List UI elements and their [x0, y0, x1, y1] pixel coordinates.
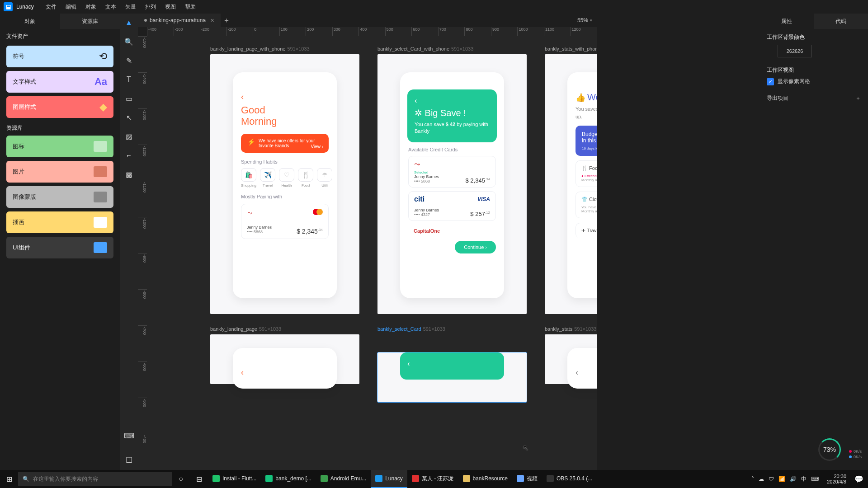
- tool-select[interactable]: ▲: [123, 16, 135, 29]
- taskbar-clock[interactable]: 20:302020/4/8: [823, 474, 850, 484]
- tool-panel[interactable]: ◫: [123, 453, 135, 465]
- tool-crop[interactable]: ⌐: [123, 149, 135, 162]
- thumb-icon: [94, 192, 107, 202]
- back-icon: ‹: [576, 368, 597, 377]
- credit-card: citiVISA Jenny Barnes•••• 4327 $ 257.12: [408, 191, 496, 221]
- tray-ime-icon[interactable]: 中: [801, 475, 807, 483]
- asset-text-styles[interactable]: 文字样式Aa: [6, 71, 113, 93]
- asset-layer-styles[interactable]: 图层样式◆: [6, 96, 113, 118]
- asset-symbols[interactable]: 符号⟲: [6, 46, 113, 67]
- menu-text[interactable]: 文本: [101, 3, 121, 11]
- stat-row: ✈ Travel: [576, 223, 597, 238]
- system-tray[interactable]: ˄ ☁ 🛡 📶 🔊 中 ⌨: [751, 475, 823, 483]
- tray-kb-icon[interactable]: ⌨: [811, 476, 819, 482]
- tool-zoom[interactable]: 🔍: [123, 35, 135, 48]
- menu-file[interactable]: 文件: [41, 3, 61, 11]
- right-tab-code[interactable]: 代码: [814, 14, 868, 29]
- lib-masked[interactable]: 图像蒙版: [6, 186, 113, 208]
- plus-icon[interactable]: ＋: [855, 94, 861, 102]
- notifications-icon[interactable]: 💬: [850, 475, 868, 483]
- canvas[interactable]: bankly_landing_page_with_phone591×1033 ‹…: [147, 36, 597, 470]
- artboard-selected[interactable]: bankly_select_Card591×1033 ‹: [377, 334, 527, 425]
- textstyle-icon: Aa: [94, 76, 107, 88]
- app-name: Lunacy: [16, 4, 34, 10]
- ruler-horizontal: -400-300-200-100010020030040050060070080…: [147, 27, 597, 36]
- net-speed: 0K/s0K/s: [849, 449, 862, 460]
- tab-close-icon[interactable]: ✕: [210, 18, 214, 23]
- bank-logo: CapitalOne: [414, 228, 440, 234]
- tool-rect[interactable]: ▭: [123, 92, 135, 105]
- taskbar-app[interactable]: 某人 - 汪苏泷: [407, 470, 458, 488]
- tool-move[interactable]: ↖: [123, 111, 135, 124]
- lib-uikits[interactable]: UI组件: [6, 237, 113, 258]
- lib-icons[interactable]: 图标: [6, 136, 113, 157]
- tray-vol-icon[interactable]: 🔊: [790, 476, 797, 482]
- tray-shield-icon[interactable]: 🛡: [769, 476, 774, 482]
- document-tab[interactable]: banking-app-murattuna ✕: [138, 14, 221, 27]
- tool-image[interactable]: ▨: [123, 130, 135, 143]
- taskview-icon[interactable]: ⊟: [190, 475, 208, 483]
- tool-text[interactable]: T: [123, 73, 135, 86]
- bg-color-input[interactable]: 262626: [778, 45, 812, 57]
- artboard[interactable]: bankly_landing_page591×1033 ‹: [210, 334, 359, 425]
- export-section[interactable]: 导出项目＋: [760, 90, 868, 107]
- bank-logo: ⤳: [414, 160, 420, 169]
- left-tab-objects[interactable]: 对象: [0, 14, 60, 29]
- right-tab-props[interactable]: 属性: [760, 14, 814, 29]
- bg-color-title: 工作区背景颜色: [767, 33, 861, 41]
- thumb-icon: [94, 166, 107, 177]
- phone-mock-select: ‹ ✲ Big Save ! You can save $ 42 by payi…: [400, 72, 504, 298]
- tool-pen[interactable]: ✎: [123, 54, 135, 67]
- artboard[interactable]: bankly_stats591×1033 ‹: [545, 334, 597, 425]
- thumb-icon: [94, 217, 107, 228]
- library-title: 资源库: [0, 120, 120, 134]
- menu-edit[interactable]: 编辑: [61, 3, 81, 11]
- tool-qr[interactable]: ▩: [123, 168, 135, 181]
- taskbar-app[interactable]: Install - Flutt...: [208, 470, 261, 488]
- cortana-icon[interactable]: ○: [172, 475, 190, 483]
- offer-banner: ⚡We have nice offers for your favorite B…: [241, 134, 329, 153]
- add-tab[interactable]: ＋: [221, 16, 232, 25]
- lib-illust[interactable]: 插画: [6, 211, 113, 233]
- app-logo: ⬓: [4, 2, 13, 11]
- workspace-view-title: 工作区视图: [767, 66, 861, 74]
- menu-view[interactable]: 视图: [160, 3, 180, 11]
- check-icon: ✓: [767, 78, 774, 85]
- mastercard-icon: [313, 209, 323, 217]
- pixel-grid-checkbox[interactable]: ✓显示像素网格: [767, 78, 861, 85]
- tray-net-icon[interactable]: 📶: [778, 476, 785, 482]
- ruler-vertical: -1500-1400-1300-1200-1100-1000-900-800-7…: [138, 36, 147, 470]
- tool-keyboard[interactable]: ⌨: [123, 429, 135, 442]
- file-assets-title: 文件资产: [0, 29, 120, 44]
- taskbar-search[interactable]: 🔍 在这里输入你要搜索的内容: [18, 472, 172, 486]
- taskbar-app[interactable]: Android Emu...: [316, 470, 371, 488]
- document-tabs: banking-app-murattuna ✕ ＋: [138, 14, 597, 27]
- taskbar-app[interactable]: OBS 25.0.4 (...: [542, 470, 597, 488]
- left-tab-assets[interactable]: 资源库: [60, 14, 120, 29]
- menu-vector[interactable]: 矢量: [121, 3, 141, 11]
- tray-up-icon[interactable]: ˄: [751, 476, 754, 482]
- taskbar-app[interactable]: Lunacy: [371, 470, 407, 488]
- taskbar-app[interactable]: bank_demo [...: [261, 470, 316, 488]
- taskbar: ⊞ 🔍 在这里输入你要搜索的内容 ○ ⊟ Install - Flutt...b…: [0, 470, 868, 488]
- thumbs-up-icon: 👍: [576, 93, 585, 102]
- taskbar-app[interactable]: 视频: [512, 470, 542, 488]
- menu-help[interactable]: 帮助: [180, 3, 200, 11]
- taskbar-app[interactable]: bankResource: [458, 470, 512, 488]
- zoom-level[interactable]: 55%: [556, 14, 597, 27]
- continue-button: Continue ›: [455, 241, 496, 253]
- thumb-icon: [94, 141, 107, 152]
- tab-label: banking-app-murattuna: [150, 17, 206, 23]
- symbols-icon: ⟲: [99, 51, 107, 62]
- menu-arrange[interactable]: 排列: [141, 3, 160, 11]
- lib-photos[interactable]: 图片: [6, 161, 113, 183]
- layerstyle-icon: ◆: [99, 101, 107, 113]
- menubar: ⬓ Lunacy 文件 编辑 对象 文本 矢量 排列 视图 帮助 ⌐ ▦ ◫ ▣…: [0, 0, 868, 14]
- artboard[interactable]: bankly_stats_with_phone591×1033 👍Well Do…: [545, 54, 597, 321]
- artboard[interactable]: bankly_select_Card_with_phone591×1033 ‹ …: [377, 54, 527, 321]
- tray-onedrive-icon[interactable]: ☁: [759, 476, 764, 482]
- thumb-icon: [94, 242, 107, 253]
- artboard[interactable]: bankly_landing_page_with_phone591×1033 ‹…: [210, 54, 359, 321]
- menu-object[interactable]: 对象: [81, 3, 101, 11]
- start-button[interactable]: ⊞: [0, 475, 18, 483]
